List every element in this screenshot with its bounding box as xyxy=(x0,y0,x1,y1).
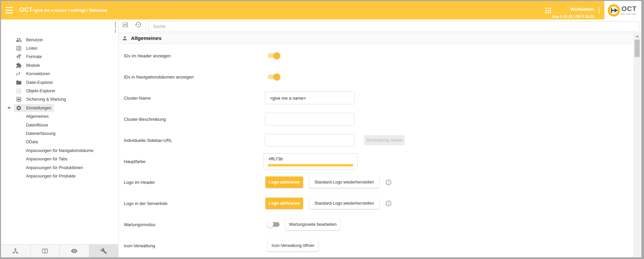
sidebar-url-input[interactable] xyxy=(265,134,355,147)
sidebar-subitem-datenfluesse[interactable]: Datenflüsse xyxy=(1,121,118,129)
oct-logo-tagline: one cool tool xyxy=(621,12,636,15)
sidebar-item-benutzer[interactable]: Benutzer xyxy=(1,36,118,44)
window-frame: OCT <give me a name> / settings / Databa… xyxy=(0,0,644,259)
test-connection-button: Verbindung testen xyxy=(364,135,405,145)
setting-label: Cluster-Beschreibung xyxy=(124,117,166,122)
collapse-arrow-icon[interactable] xyxy=(7,107,11,109)
setting-row-logo-header: Logo im Header Logo aktivieren Standard-… xyxy=(124,174,628,191)
setting-label: IDs im Header anzeigen xyxy=(124,53,170,58)
hierarchy-icon xyxy=(12,248,19,254)
sidebar-item-datei-explorer[interactable]: Datei-Explorer xyxy=(1,78,118,87)
oct-logo: OCT one cool tool xyxy=(604,1,641,19)
sidebar-item-label: Listen xyxy=(26,46,37,51)
maintenance-toggle[interactable] xyxy=(267,222,280,227)
section-header: Allgemeines xyxy=(118,33,633,44)
sidebar-item-objekt-explorer[interactable]: Objekt-Explorer xyxy=(1,87,118,95)
tab-preview[interactable] xyxy=(60,245,89,257)
sidebar-subitem-anpassungen-tabs[interactable]: Anpassungen für Tabs xyxy=(1,155,118,163)
sidebar-item-formate[interactable]: Formate xyxy=(1,53,118,61)
setting-row-ids-header: IDs im Header anzeigen xyxy=(124,47,628,64)
restore-default-logo-button[interactable]: Standard-Logo wiederherstellen xyxy=(309,176,379,188)
sidebar-subitem-allgemeines[interactable]: Allgemeines xyxy=(1,112,118,121)
splitter-grip[interactable] xyxy=(115,22,118,28)
sidebar-item-listen[interactable]: Listen xyxy=(1,44,118,52)
ids-nav-toggle[interactable] xyxy=(267,74,280,79)
backup-icon xyxy=(16,96,22,102)
activate-logo-button[interactable]: Logo aktivieren xyxy=(265,198,303,209)
list-icon xyxy=(16,45,22,51)
sidebar-item-label: Datei-Explorer xyxy=(26,80,53,85)
sidebar: Benutzer Listen Formate Module Konnektor… xyxy=(1,33,118,244)
setting-row-ids-nav: IDs in Navigationsbäumen anzeigen xyxy=(124,68,628,85)
edit-maintenance-page-button[interactable]: Wartungsseite bearbeiten xyxy=(286,219,340,230)
setting-row-cluster-desc: Cluster-Beschreibung xyxy=(124,111,628,127)
oct-logo-text: OCT xyxy=(622,5,637,13)
breadcrumb: <give me a name> / settings / Database xyxy=(33,8,107,13)
version-label: App 5.10.20 | DB 5.10.20 xyxy=(552,14,594,18)
layout-icon xyxy=(42,248,48,254)
open-icon-management-button[interactable]: Icon-Verwaltung öffnen xyxy=(267,240,318,251)
main-color-input[interactable]: #ffc73b xyxy=(263,153,357,169)
main-panel: Allgemeines IDs im Header anzeigen IDs i… xyxy=(118,33,641,257)
sidebar-item-label: Formate xyxy=(26,54,42,59)
setting-label: Wartungsmodus xyxy=(124,222,155,227)
eye-icon xyxy=(71,248,78,254)
setting-row-maintenance: Wartungsmodus Wartungsseite bearbeiten xyxy=(124,216,628,233)
setting-row-sidebar-url: Individuelle Sidebar-URL Verbindung test… xyxy=(124,132,628,149)
restore-history-icon[interactable] xyxy=(135,21,142,29)
info-icon[interactable] xyxy=(385,200,392,207)
grid-dots-icon xyxy=(16,88,22,94)
sidebar-nav: Benutzer Listen Formate Module Konnektor… xyxy=(1,36,118,180)
sidebar-item-konnektoren[interactable]: Konnektoren xyxy=(1,70,118,78)
format-icon xyxy=(16,54,22,60)
sidebar-subitem-anpassungen-navigationsbaeume[interactable]: Anpassungen für Navigationsbäume xyxy=(1,146,118,155)
sidebar-subitem-odata[interactable]: OData xyxy=(1,138,118,146)
vertical-scrollbar[interactable] xyxy=(633,33,641,257)
app-root: OCT <give me a name> / settings / Databa… xyxy=(1,1,641,257)
sidebar-item-label: Konnektoren xyxy=(26,71,50,76)
kebab-menu-icon[interactable] xyxy=(597,6,601,13)
setting-label: Cluster-Name xyxy=(124,96,151,101)
puzzle-icon xyxy=(16,62,22,68)
menu-icon[interactable] xyxy=(5,7,13,13)
setting-row-main-color: Hauptfarbe #ffc73b xyxy=(124,153,628,170)
top-bar: OCT <give me a name> / settings / Databa… xyxy=(1,1,641,19)
setting-label: Logo in der Serverliste xyxy=(124,201,167,206)
restore-default-logo-button[interactable]: Standard-Logo wiederherstellen xyxy=(309,198,379,209)
tab-settings[interactable] xyxy=(89,245,118,257)
setting-label: Hauptfarbe xyxy=(124,159,145,164)
search-input[interactable] xyxy=(148,21,639,32)
apps-grid-icon[interactable] xyxy=(545,8,551,13)
cluster-name-input[interactable] xyxy=(265,92,355,104)
toolbar-divider xyxy=(146,19,146,33)
main-color-swatch xyxy=(268,164,353,166)
activate-logo-button[interactable]: Logo aktivieren xyxy=(265,176,303,188)
save-icon[interactable] xyxy=(121,21,129,29)
setting-label: Icon-Verwaltung xyxy=(124,243,155,248)
cluster-desc-input[interactable] xyxy=(265,113,355,125)
oct-logo-icon xyxy=(606,3,621,18)
tab-layout[interactable] xyxy=(31,245,60,257)
users-icon xyxy=(16,37,22,43)
sidebar-subitem-anpassungen-produkte[interactable]: Anpassungen für Produkte xyxy=(1,172,118,180)
sidebar-item-label: Sicherung & Wartung xyxy=(26,97,66,102)
sidebar-item-sicherung-wartung[interactable]: Sicherung & Wartung xyxy=(1,95,118,104)
ids-header-toggle[interactable] xyxy=(267,53,280,58)
wrench-icon xyxy=(100,248,107,254)
scroll-up-icon[interactable] xyxy=(636,35,639,37)
tab-hierarchy[interactable] xyxy=(1,245,31,257)
setting-row-logo-serverlist: Logo in der Serverliste Logo aktivieren … xyxy=(124,195,628,212)
info-icon[interactable] xyxy=(385,179,392,186)
sidebar-subitem-datenerfassung[interactable]: Datenerfassung xyxy=(1,129,118,138)
sidebar-item-label: Benutzer xyxy=(26,38,43,42)
section-title: Allgemeines xyxy=(131,35,161,41)
setting-label: Individuelle Sidebar-URL xyxy=(124,138,172,143)
scrollbar-thumb[interactable] xyxy=(635,40,640,57)
gear-icon xyxy=(16,105,22,111)
sidebar-item-einstellungen[interactable]: Einstellungen xyxy=(1,104,118,112)
sidebar-bottom-tabs xyxy=(1,244,118,257)
connector-icon xyxy=(16,71,22,77)
sidebar-subitem-anpassungen-produktlinien[interactable]: Anpassungen für Produktlinien xyxy=(1,163,118,172)
sidebar-item-label: Module xyxy=(26,63,40,68)
sidebar-item-module[interactable]: Module xyxy=(1,61,118,69)
